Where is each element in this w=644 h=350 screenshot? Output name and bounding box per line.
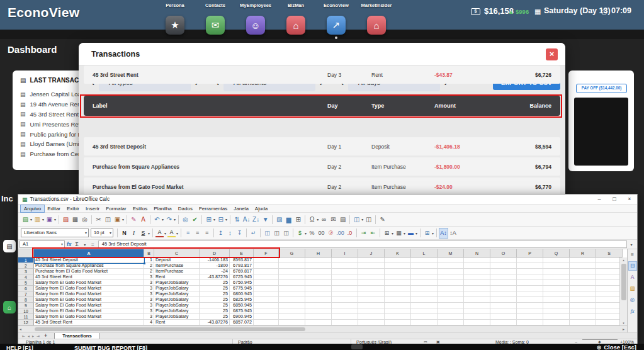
cell-C10[interactable]: PlayerJobSalary bbox=[154, 308, 200, 314]
cell-E4[interactable]: 6725.945 bbox=[230, 274, 254, 280]
cell-R2[interactable] bbox=[570, 263, 596, 269]
cell-S8[interactable] bbox=[596, 297, 623, 303]
cell-I11[interactable] bbox=[332, 314, 358, 320]
cell-H10[interactable] bbox=[305, 308, 332, 314]
cell-I9[interactable] bbox=[332, 303, 358, 308]
cell-J11[interactable] bbox=[358, 314, 385, 320]
cell-O5[interactable] bbox=[490, 280, 517, 286]
sort-ascending-icon[interactable]: A↓ bbox=[242, 215, 251, 224]
cell-A5[interactable]: Salary from El Gato Food Market bbox=[34, 280, 144, 286]
cell-I4[interactable] bbox=[332, 274, 358, 280]
cell-A12[interactable]: 45 3rd Street Rent bbox=[34, 320, 144, 325]
cell-S5[interactable] bbox=[596, 280, 623, 286]
cell-L3[interactable] bbox=[411, 269, 438, 274]
open-icon[interactable]: ▥ bbox=[33, 215, 42, 224]
cell-S10[interactable] bbox=[596, 308, 623, 314]
autofilter-icon[interactable]: ▼ bbox=[261, 215, 269, 224]
cell-L1[interactable] bbox=[411, 257, 438, 263]
print-icon[interactable]: ▦ bbox=[71, 215, 79, 224]
borders-dropdown-icon[interactable]: ▾ bbox=[392, 231, 393, 235]
font-color-icon[interactable]: A bbox=[155, 229, 164, 237]
number-format-icon[interactable]: 00 bbox=[317, 229, 325, 238]
cell-E10[interactable]: 6875.945 bbox=[230, 308, 254, 314]
cell-J4[interactable] bbox=[358, 274, 385, 280]
cell-J7[interactable] bbox=[358, 291, 385, 297]
new-document-dropdown-icon[interactable]: ▾ bbox=[30, 217, 32, 222]
save-dropdown-icon[interactable]: ▾ bbox=[54, 217, 56, 222]
row-header-10[interactable]: 10 bbox=[18, 308, 34, 314]
background-color-icon[interactable]: ▬ bbox=[407, 229, 415, 238]
cell-J9[interactable] bbox=[358, 303, 385, 308]
cell-S1[interactable] bbox=[596, 257, 623, 263]
cell-O9[interactable] bbox=[490, 303, 517, 308]
chevron-down-icon[interactable]: ▾ bbox=[81, 242, 89, 247]
cell-N8[interactable] bbox=[464, 297, 490, 303]
app-tile-icon[interactable]: ✉ bbox=[206, 16, 225, 35]
modal-close-button[interactable]: × bbox=[546, 48, 558, 60]
cell-F9[interactable] bbox=[254, 303, 279, 308]
cell-O7[interactable] bbox=[490, 291, 517, 297]
cell-B6[interactable]: 3 bbox=[144, 286, 154, 291]
app-persona[interactable]: Persona ★ bbox=[155, 2, 195, 35]
cell-C4[interactable]: Rent bbox=[154, 274, 200, 280]
special-character-icon[interactable]: Ω bbox=[308, 215, 316, 224]
cell-Q4[interactable] bbox=[543, 274, 570, 280]
menu-dados[interactable]: Dados bbox=[175, 205, 196, 212]
cell-N2[interactable] bbox=[464, 263, 490, 269]
cell-P10[interactable] bbox=[517, 308, 543, 314]
font-color-dropdown-icon[interactable]: ▾ bbox=[164, 231, 166, 235]
center-vertically-icon[interactable]: ↨ bbox=[226, 229, 234, 238]
hyperlink-icon[interactable]: ∞ bbox=[320, 215, 328, 224]
cell-A10[interactable]: Salary from El Gato Food Market bbox=[34, 308, 144, 314]
expand-formula-bar-icon[interactable]: ▾ bbox=[627, 242, 636, 247]
row-header-12[interactable]: 12 bbox=[18, 320, 34, 325]
cell-O2[interactable] bbox=[490, 263, 517, 269]
maximize-button[interactable]: □ bbox=[607, 195, 622, 204]
highlighting-color-dropdown-icon[interactable]: ▾ bbox=[176, 231, 178, 235]
cell-Q11[interactable] bbox=[543, 314, 570, 320]
cell-B9[interactable]: 3 bbox=[144, 303, 154, 308]
menu-exibir[interactable]: Exibir bbox=[64, 205, 82, 212]
submit-bug-report-button[interactable]: SUBMIT BUG REPORT [F8] bbox=[74, 345, 147, 350]
column-header-Q[interactable]: Q bbox=[543, 249, 570, 257]
cell-I6[interactable] bbox=[332, 286, 358, 291]
cell-B5[interactable]: 3 bbox=[144, 280, 154, 286]
cell-I2[interactable] bbox=[332, 263, 358, 269]
clear-formatting-icon[interactable]: A bbox=[139, 215, 147, 224]
unmerge-cells-icon[interactable]: ◫ bbox=[282, 229, 290, 238]
row-header-7[interactable]: 7 bbox=[18, 291, 34, 297]
cell-R11[interactable] bbox=[570, 314, 596, 320]
cell-K12[interactable] bbox=[385, 320, 411, 325]
undo-icon[interactable]: ↶ bbox=[153, 215, 161, 224]
cell-A4[interactable]: 45 3rd Street Rent bbox=[34, 274, 144, 280]
column-header-N[interactable]: N bbox=[464, 249, 490, 257]
spreadsheet-area[interactable]: ABCDEFGHIJKLMNOPQRS 145 3rd Street Depos… bbox=[18, 249, 637, 325]
row-header-4[interactable]: 4 bbox=[18, 274, 34, 280]
calc-title-bar[interactable]: ▦ Transactions.csv - LibreOffice Calc – … bbox=[18, 195, 637, 205]
vertical-scrollbar[interactable]: ▴ ▾ bbox=[619, 257, 627, 325]
border-style-dropdown-icon[interactable]: ▾ bbox=[404, 231, 405, 235]
cell-G9[interactable] bbox=[279, 303, 305, 308]
percent-format-icon[interactable]: % bbox=[308, 229, 316, 238]
cell-P6[interactable] bbox=[517, 286, 543, 291]
cell-G7[interactable] bbox=[279, 291, 305, 297]
scroll-left-icon[interactable]: ◂ bbox=[20, 327, 21, 331]
cell-D9[interactable]: 25 bbox=[200, 303, 230, 308]
cell-S7[interactable] bbox=[596, 291, 623, 297]
cell-R5[interactable] bbox=[570, 280, 596, 286]
freeze-rows-columns-icon[interactable]: ◫ bbox=[353, 215, 361, 224]
cell-Q10[interactable] bbox=[543, 308, 570, 314]
transaction-row[interactable]: Purchase from El Gato Food Market Day 2 … bbox=[84, 178, 560, 196]
cell-D10[interactable]: 25 bbox=[200, 308, 230, 314]
cell-M4[interactable] bbox=[438, 274, 464, 280]
sheet-nav-icon[interactable]: ⇤ bbox=[22, 334, 25, 338]
cell-G1[interactable] bbox=[279, 257, 305, 263]
cell-S12[interactable] bbox=[596, 320, 623, 325]
align-left-icon[interactable]: ≡ bbox=[184, 229, 192, 238]
open-dropdown-icon[interactable]: ▾ bbox=[42, 217, 44, 222]
cell-P2[interactable] bbox=[517, 263, 543, 269]
split-window-icon[interactable]: ◫ bbox=[364, 215, 373, 224]
scroll-right-icon[interactable]: ▸ bbox=[623, 327, 624, 331]
cell-H5[interactable] bbox=[305, 280, 332, 286]
app-bizman[interactable]: BizMan ⌂ bbox=[276, 2, 316, 35]
